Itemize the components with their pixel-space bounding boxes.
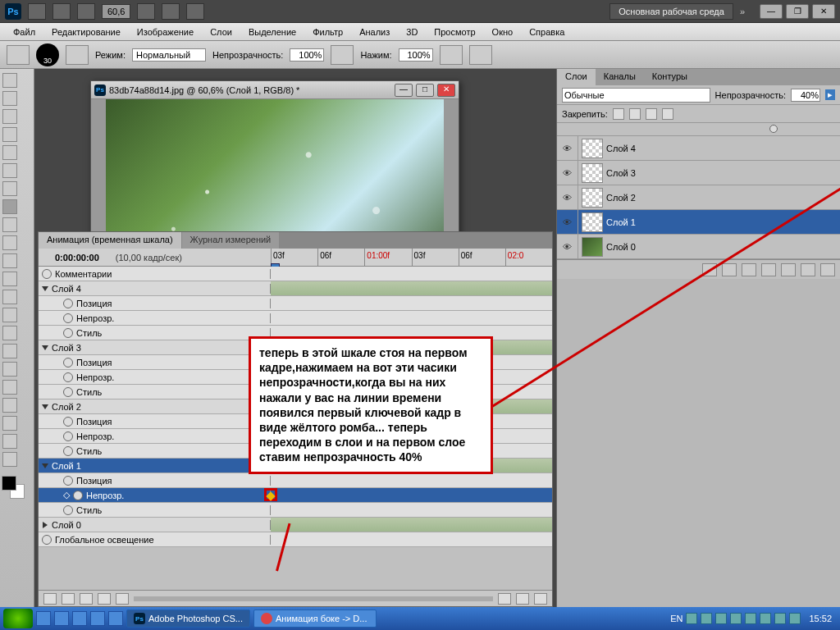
hand-tool[interactable] — [2, 416, 17, 431]
airbrush-icon[interactable] — [440, 45, 463, 65]
tab-paths[interactable]: Контуры — [644, 69, 696, 85]
layer-row[interactable]: Слой 2 — [557, 185, 840, 210]
convert-frames-button[interactable] — [534, 593, 547, 605]
layer-opacity-input[interactable]: 40% — [791, 89, 820, 102]
quick-launch-icon[interactable] — [90, 611, 105, 626]
opacity-input[interactable]: 100% — [290, 48, 324, 62]
3d-tool[interactable] — [2, 398, 17, 413]
layer-name[interactable]: Слой 3 — [606, 168, 636, 178]
timeline-layer[interactable]: Слой 2 — [52, 402, 81, 412]
lock-all-icon[interactable] — [662, 108, 673, 120]
window-close-button[interactable]: ✕ — [812, 4, 835, 19]
brush-tool[interactable] — [2, 199, 17, 214]
menu-file[interactable]: Файл — [7, 25, 42, 39]
shape-tool[interactable] — [2, 380, 17, 395]
clock[interactable]: 15:52 — [804, 614, 837, 623]
bridge-icon[interactable] — [28, 3, 46, 20]
disclosure-triangle[interactable] — [42, 404, 48, 409]
flow-input[interactable]: 100% — [399, 48, 433, 62]
timeline-layer[interactable]: Слой 4 — [52, 284, 81, 294]
taskbar-task-browser[interactable]: Анимация боке -> D... — [253, 609, 377, 628]
pen-tool[interactable] — [2, 326, 17, 340]
new-layer-icon[interactable] — [801, 263, 815, 276]
zoom-field[interactable]: 60,6 — [102, 4, 130, 19]
lock-pixels-icon[interactable] — [629, 108, 641, 120]
goto-first-button[interactable] — [43, 593, 57, 605]
quick-launch-icon[interactable] — [54, 611, 69, 626]
layer-name[interactable]: Слой 4 — [606, 144, 636, 153]
marquee-tool[interactable] — [2, 91, 17, 106]
disclosure-triangle[interactable] — [42, 286, 48, 291]
menu-edit[interactable]: Редактирование — [45, 25, 127, 39]
timeline-layer[interactable]: Слой 0 — [52, 520, 81, 530]
delete-button[interactable] — [516, 593, 529, 605]
layer-row[interactable]: Слой 4 — [557, 136, 840, 161]
layer-thumbnail[interactable] — [582, 212, 603, 232]
tray-volume-icon[interactable] — [730, 613, 742, 624]
stopwatch-icon[interactable] — [63, 299, 73, 308]
tray-icon[interactable] — [745, 613, 756, 624]
quick-launch-icon[interactable] — [36, 611, 51, 626]
healing-tool[interactable] — [2, 181, 17, 196]
play-button[interactable] — [80, 593, 93, 605]
tray-icon[interactable] — [789, 613, 801, 624]
timeline-layer[interactable]: Слой 1 — [52, 461, 81, 471]
stopwatch-icon[interactable] — [63, 505, 73, 515]
language-indicator[interactable]: EN — [670, 614, 682, 623]
start-button[interactable] — [3, 609, 33, 628]
visibility-toggle[interactable] — [557, 210, 578, 234]
timeline-layer[interactable]: Слой 3 — [52, 343, 81, 353]
arrange-icon[interactable] — [162, 3, 180, 20]
visibility-toggle[interactable] — [557, 161, 578, 185]
layer-name[interactable]: Слой 1 — [606, 217, 636, 227]
history-brush-tool[interactable] — [2, 235, 17, 250]
path-select-tool[interactable] — [2, 362, 17, 377]
brush-panel-icon[interactable] — [66, 45, 89, 65]
layer-name[interactable]: Слой 0 — [606, 242, 636, 252]
menu-3d[interactable]: 3D — [399, 25, 424, 39]
lock-transparency-icon[interactable] — [613, 108, 624, 120]
stopwatch-icon[interactable] — [73, 491, 83, 500]
stopwatch-icon[interactable] — [63, 358, 73, 368]
stopwatch-icon[interactable] — [63, 313, 73, 323]
disclosure-triangle[interactable] — [42, 463, 48, 468]
mb-icon[interactable] — [52, 3, 71, 20]
eraser-tool[interactable] — [2, 253, 17, 268]
tablet-pressure-icon[interactable] — [469, 45, 492, 65]
lock-position-icon[interactable] — [646, 108, 657, 120]
menu-filter[interactable]: Фильтр — [306, 25, 349, 39]
disclosure-triangle[interactable] — [42, 345, 48, 350]
visibility-toggle[interactable] — [557, 136, 578, 160]
doc-minimize-button[interactable]: — — [395, 84, 413, 97]
taskbar-task-photoshop[interactable]: PsAdobe Photoshop CS... — [126, 609, 250, 628]
crop-tool[interactable] — [2, 145, 17, 160]
adjustment-layer-icon[interactable] — [761, 263, 776, 276]
eyedropper-tool[interactable] — [2, 163, 17, 178]
blur-tool[interactable] — [2, 290, 17, 304]
onion-skin-button[interactable] — [498, 593, 511, 605]
quick-launch-icon[interactable] — [108, 611, 123, 626]
move-tool[interactable] — [2, 73, 17, 88]
stopwatch-icon[interactable] — [63, 431, 73, 441]
tray-icon[interactable] — [701, 613, 712, 624]
lasso-tool[interactable] — [2, 109, 17, 124]
zoom-tool[interactable] — [2, 434, 17, 449]
screen-mode-icon[interactable] — [186, 3, 204, 20]
layer-fx-icon[interactable] — [722, 263, 737, 276]
stopwatch-icon[interactable] — [63, 372, 73, 382]
tray-icon[interactable] — [686, 613, 697, 624]
brush-preview[interactable]: 30 — [36, 43, 59, 66]
layer-thumbnail[interactable] — [582, 188, 603, 208]
window-restore-button[interactable]: ❐ — [786, 4, 809, 19]
menu-view[interactable]: Просмотр — [427, 25, 482, 39]
layer-row[interactable]: Слой 0 — [557, 235, 840, 259]
hand-icon[interactable] — [137, 3, 155, 20]
stopwatch-icon[interactable] — [42, 535, 52, 545]
tab-measurement-log[interactable]: Журнал измерений — [182, 232, 281, 249]
foreground-color[interactable] — [2, 476, 16, 491]
stopwatch-icon[interactable] — [63, 328, 73, 338]
menu-select[interactable]: Выделение — [242, 25, 303, 39]
tray-icon[interactable] — [760, 613, 771, 624]
stopwatch-icon[interactable] — [63, 476, 73, 486]
layer-blend-mode-select[interactable]: Обычные — [562, 88, 710, 103]
